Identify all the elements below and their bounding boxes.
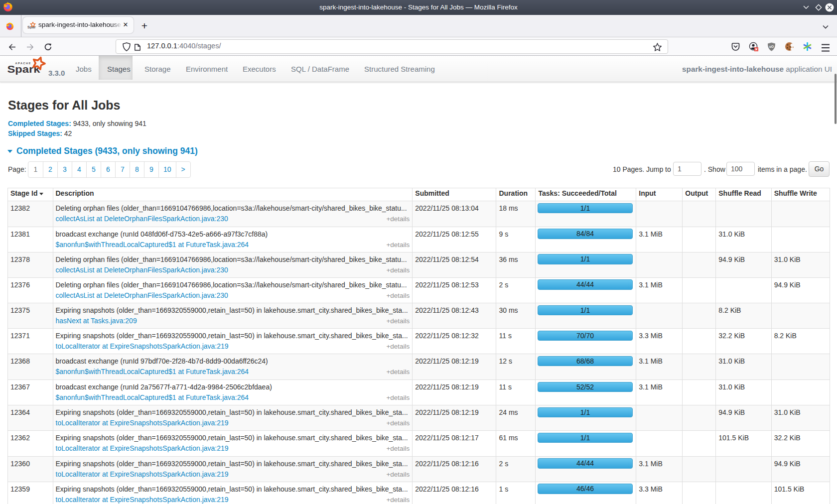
svg-text:APACHE: APACHE [15, 62, 31, 65]
svg-text:uO: uO [769, 45, 774, 48]
